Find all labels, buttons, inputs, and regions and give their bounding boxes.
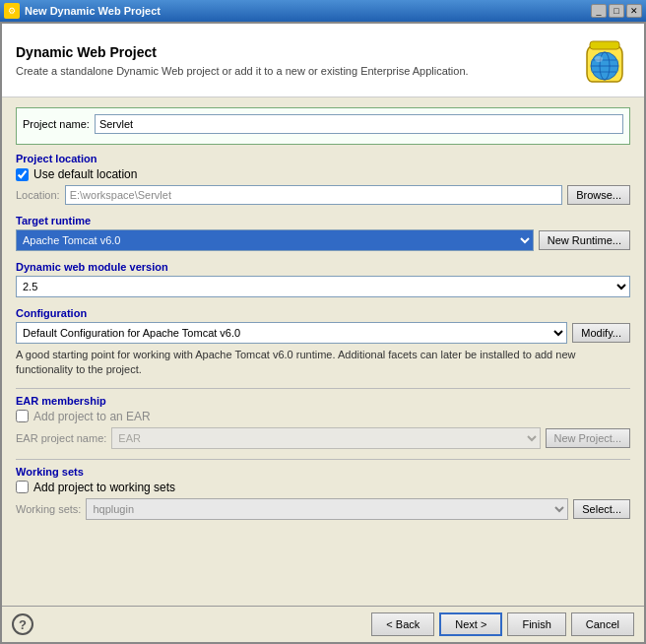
project-name-label: Project name: [23,118,90,130]
target-runtime-select[interactable]: Apache Tomcat v6.0 [16,229,534,251]
add-to-working-sets-checkbox[interactable] [16,481,29,493]
project-location-section: Project location Use default location Lo… [16,153,630,205]
configuration-section: Configuration Default Configuration for … [16,307,630,378]
project-name-input[interactable] [95,114,623,134]
select-button[interactable]: Select... [573,499,630,519]
ear-project-name-row: EAR project name: EAR New Project... [16,427,630,449]
configuration-select[interactable]: Default Configuration for Apache Tomcat … [16,322,567,344]
minimize-button[interactable]: _ [591,4,607,18]
browse-button[interactable]: Browse... [567,185,630,205]
svg-point-7 [595,56,603,62]
use-default-location-text: Use default location [33,167,137,181]
web-module-version-section: Dynamic web module version 2.5 [16,261,630,297]
restore-button[interactable]: □ [609,4,624,18]
project-name-row: Project name: [23,114,623,134]
window-icon: ⚙ [4,3,20,19]
modify-button[interactable]: Modify... [572,323,630,343]
navigation-buttons: < Back Next > Finish Cancel [371,612,634,636]
web-module-version-row: 2.5 [16,276,630,297]
main-window: Dynamic Web Project Create a standalone … [0,22,646,644]
globe-icon [579,34,630,86]
ear-project-name-label: EAR project name: [16,432,106,444]
form-content: Project name: Project location Use defau… [2,97,644,606]
project-location-label: Project location [16,153,630,164]
ear-membership-section: EAR membership Add project to an EAR EAR… [16,395,630,449]
add-to-ear-checkbox[interactable] [16,410,29,422]
target-runtime-row: Apache Tomcat v6.0 New Runtime... [16,229,630,251]
close-button[interactable]: ✕ [626,4,642,18]
project-name-section: Project name: [16,107,630,145]
working-sets-row: Working sets: hqplugin Select... [16,498,630,520]
help-button[interactable]: ? [12,613,33,635]
header-icon [579,34,630,86]
header-text: Dynamic Web Project Create a standalone … [16,44,579,77]
web-module-version-select[interactable]: 2.5 [16,276,630,297]
add-to-working-sets-text: Add project to working sets [33,481,175,494]
ear-membership-label: EAR membership [16,395,630,407]
working-sets-select[interactable]: hqplugin [86,498,568,520]
window-title: New Dynamic Web Project [25,5,161,17]
cancel-button[interactable]: Cancel [571,612,634,636]
header-section: Dynamic Web Project Create a standalone … [2,24,644,97]
dialog-title: Dynamic Web Project [16,44,579,60]
target-runtime-section: Target runtime Apache Tomcat v6.0 New Ru… [16,215,630,251]
use-default-location-row: Use default location [16,167,630,181]
new-runtime-button[interactable]: New Runtime... [539,230,630,250]
ear-project-name-select: EAR [111,427,540,449]
location-label: Location: [16,189,60,201]
next-button[interactable]: Next > [439,612,502,636]
use-default-location-checkbox[interactable] [16,168,29,181]
working-sets-label: Working sets [16,466,630,478]
working-sets-section: Working sets Add project to working sets… [16,466,630,520]
location-input[interactable] [65,185,562,205]
back-button[interactable]: < Back [371,612,434,636]
configuration-description: A good starting point for working with A… [16,348,630,378]
working-sets-checkbox-row: Add project to working sets [16,481,630,494]
add-to-ear-text: Add project to an EAR [33,410,151,423]
web-module-version-label: Dynamic web module version [16,261,630,273]
title-bar: ⚙ New Dynamic Web Project _ □ ✕ [0,0,646,22]
new-project-button[interactable]: New Project... [546,428,630,448]
dialog-description: Create a standalone Dynamic Web project … [16,65,579,77]
window-controls: _ □ ✕ [591,4,642,18]
location-row: Location: Browse... [16,185,630,205]
finish-button[interactable]: Finish [507,612,565,636]
svg-rect-1 [590,41,619,49]
bottom-bar: ? < Back Next > Finish Cancel [2,606,644,642]
target-runtime-label: Target runtime [16,215,630,226]
ear-membership-checkbox-row: Add project to an EAR [16,410,630,423]
configuration-row: Default Configuration for Apache Tomcat … [16,322,630,344]
configuration-label: Configuration [16,307,630,319]
working-sets-input-label: Working sets: [16,503,81,515]
